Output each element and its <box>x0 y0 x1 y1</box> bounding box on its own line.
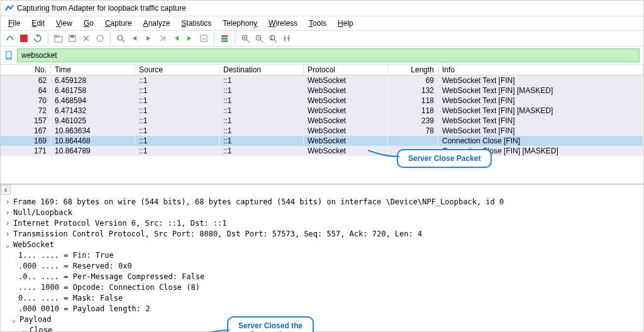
tree-node: ⌄Payload <box>4 314 640 325</box>
cell-no: 171 <box>1 146 51 156</box>
cell-dst: ::1 <box>219 116 304 126</box>
cell-src: ::1 <box>135 106 219 116</box>
cell-time: 6.468594 <box>51 96 135 106</box>
bookmark-filter-icon[interactable] <box>4 51 13 60</box>
zoom-reset-icon[interactable]: 1 <box>267 33 279 44</box>
menu-view[interactable]: View <box>51 18 77 29</box>
collapse-icon[interactable]: ⌄ <box>11 314 17 325</box>
tree-leaf[interactable]: .0.. .... = Per-Message Compressed: Fals… <box>4 272 640 282</box>
restart-capture-icon[interactable] <box>32 33 43 44</box>
col-header-prot[interactable]: Protocol <box>304 65 388 75</box>
save-icon[interactable] <box>67 33 78 44</box>
go-back-icon[interactable] <box>129 33 140 44</box>
tree-leaf[interactable]: .000 .... = Reserved: 0x0 <box>4 261 640 272</box>
tree-node: ⌄WebSocket <box>4 240 640 250</box>
cell-dst: ::1 <box>219 146 304 156</box>
resize-columns-icon[interactable] <box>281 33 292 44</box>
annotation-callout-1: Server Close Packet <box>397 149 492 168</box>
go-to-icon[interactable] <box>157 33 168 44</box>
stop-capture-icon[interactable] <box>18 33 30 44</box>
go-forward-icon[interactable] <box>143 33 154 44</box>
callout-text: Server Closed the <box>238 321 303 330</box>
colorize-icon[interactable] <box>219 33 230 44</box>
col-header-dst[interactable]: Destination <box>219 65 304 75</box>
col-header-no[interactable]: No. <box>1 65 51 75</box>
toolbar-separator <box>110 33 111 44</box>
auto-scroll-icon[interactable] <box>198 33 209 44</box>
cell-time: 6.471432 <box>51 106 135 116</box>
expand-icon[interactable]: › <box>4 229 11 240</box>
tree-leaf[interactable]: .... 1000 = Opcode: Connection Close (8) <box>4 282 640 293</box>
menu-capture[interactable]: Capture <box>100 18 137 29</box>
cell-prot: WebSocket <box>304 136 388 146</box>
expand-icon[interactable]: › <box>4 218 11 229</box>
expand-icon[interactable]: › <box>4 208 11 218</box>
cell-prot: WebSocket <box>304 96 388 106</box>
packet-row[interactable]: 626.459128::1::1WebSocket69WebSocket Tex… <box>1 75 643 86</box>
cell-no: 72 <box>1 106 51 116</box>
tree-node: ⌄Close <box>4 325 640 332</box>
menu-wireless[interactable]: Wireless <box>264 18 303 29</box>
col-header-time[interactable]: Time <box>51 65 135 75</box>
col-header-info[interactable]: Info <box>438 65 643 75</box>
menu-statistics[interactable]: Statistics <box>176 18 216 29</box>
scroll-left-icon[interactable]: ‹ <box>1 185 11 195</box>
cell-time: 6.461758 <box>51 86 135 96</box>
zoom-out-icon[interactable] <box>253 33 265 44</box>
packet-row[interactable]: 16710.863634::1::1WebSocket78WebSocket T… <box>1 126 643 136</box>
open-icon[interactable] <box>53 33 64 44</box>
tree-leaf[interactable]: 1... .... = Fin: True <box>4 250 640 261</box>
annotation-callout-2: Server Closed the Connection <box>227 316 314 332</box>
col-header-src[interactable]: Source <box>135 65 219 75</box>
menu-analyze[interactable]: Analyze <box>138 18 175 29</box>
display-filter-input[interactable] <box>17 48 640 62</box>
close-icon[interactable] <box>80 33 92 44</box>
menu-file[interactable]: File <box>3 18 25 29</box>
start-capture-icon[interactable] <box>4 33 16 44</box>
cell-dst: ::1 <box>219 75 304 86</box>
svg-rect-10 <box>221 38 228 40</box>
menu-bar: File Edit View Go Capture Analyze Statis… <box>1 16 643 31</box>
col-header-len[interactable]: Length <box>388 65 438 75</box>
collapse-icon[interactable]: ⌄ <box>4 240 11 250</box>
wireshark-window: Capturing from Adapter for loopback traf… <box>0 0 644 332</box>
cell-len: 78 <box>388 126 438 136</box>
packet-details-pane[interactable]: ›Frame 169: 68 bytes on wire (544 bits),… <box>1 194 643 332</box>
expand-icon[interactable]: › <box>4 197 11 208</box>
packet-list-header: No. Time Source Destination Protocol Len… <box>1 65 643 75</box>
svg-point-7 <box>118 35 123 40</box>
cell-time: 9.461025 <box>51 116 135 126</box>
menu-edit[interactable]: Edit <box>26 18 50 29</box>
cell-dst: ::1 <box>219 96 304 106</box>
packet-row[interactable]: 726.471432::1::1WebSocket118WebSocket Te… <box>1 106 643 116</box>
svg-rect-8 <box>201 35 207 42</box>
app-icon <box>4 3 14 13</box>
reload-icon[interactable] <box>94 33 106 44</box>
svg-rect-1 <box>20 35 28 42</box>
svg-rect-9 <box>221 35 228 37</box>
menu-help[interactable]: Help <box>333 18 358 29</box>
tree-leaf[interactable]: 0... .... = Mask: False <box>4 293 640 304</box>
packet-row[interactable]: 706.468594::1::1WebSocket118WebSocket Te… <box>1 96 643 106</box>
cell-no: 157 <box>1 116 51 126</box>
menu-telephony[interactable]: Telephony <box>218 18 262 29</box>
find-icon[interactable] <box>115 33 126 44</box>
packet-row[interactable]: 646.461758::1::1WebSocket132WebSocket Te… <box>1 86 643 96</box>
zoom-in-icon[interactable] <box>240 33 251 44</box>
horizontal-scrollbar[interactable]: ‹ <box>1 184 643 194</box>
cell-dst: ::1 <box>219 126 304 136</box>
cell-src: ::1 <box>135 96 219 106</box>
packet-row[interactable]: 1579.461025::1::1WebSocket239WebSocket T… <box>1 116 643 126</box>
tree-leaf[interactable]: .000 0010 = Payload length: 2 <box>4 304 640 314</box>
cell-len: 132 <box>388 86 438 96</box>
packet-row[interactable]: 16910.864468::1::1WebSocketConnection Cl… <box>1 136 643 146</box>
collapse-icon[interactable]: ⌄ <box>21 325 27 332</box>
packet-row[interactable]: 17110.864789::1::1WebSocketConnection Cl… <box>1 146 643 156</box>
first-packet-icon[interactable] <box>170 33 182 44</box>
cell-src: ::1 <box>135 126 219 136</box>
last-packet-icon[interactable] <box>184 33 196 44</box>
cell-info: WebSocket Text [FIN] <box>438 75 643 86</box>
menu-tools[interactable]: Tools <box>304 18 331 29</box>
svg-text:1: 1 <box>270 36 273 40</box>
menu-go[interactable]: Go <box>79 18 99 29</box>
